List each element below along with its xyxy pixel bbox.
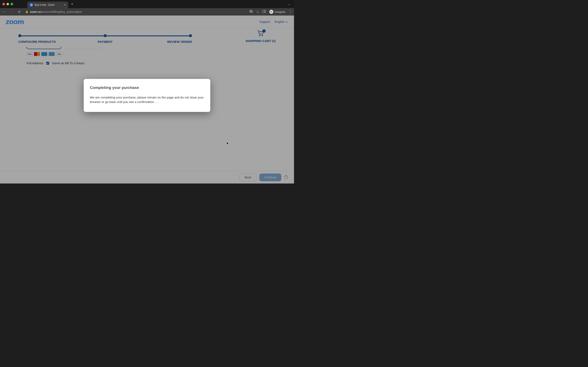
browser-menu-button[interactable]: ⋮ — [289, 9, 292, 14]
address-bar[interactable]: 🔒 zoom.us/account/billing/buy_subscripti… — [24, 10, 247, 13]
lock-icon: 🔒 — [25, 10, 28, 13]
url-domain: zoom.us — [30, 10, 41, 13]
eye-off-icon[interactable] — [249, 9, 253, 14]
new-tab-button[interactable]: + — [71, 2, 73, 6]
tab-favicon-icon: z — [30, 3, 33, 7]
svg-point-4 — [270, 12, 271, 12]
browser-tabs: z Buy it now - Zoom × + — [27, 1, 287, 7]
window-maximize-button[interactable] — [11, 3, 13, 5]
incognito-chip[interactable]: Incognito — [269, 10, 285, 14]
browser-titlebar: z Buy it now - Zoom × + ⌄ — [0, 0, 294, 8]
star-icon[interactable]: ☆ — [256, 10, 259, 14]
nav-forward-button[interactable]: → — [9, 10, 14, 14]
browser-toolbar: ← → ⟳ 🔒 zoom.us/account/billing/buy_subs… — [0, 8, 294, 16]
panel-icon[interactable] — [262, 9, 266, 14]
page-viewport: zoom Support English ▼ ✓ ✓ ✓ CONFIGU — [0, 16, 294, 184]
toolbar-right-icons: ☆ Incognito ⋮ — [249, 9, 292, 14]
modal-title: Completing your purchase — [90, 85, 204, 90]
svg-point-5 — [272, 12, 272, 12]
svg-rect-2 — [263, 10, 266, 13]
url-path: /account/billing/buy_subscription — [41, 10, 82, 13]
window-dropdown-icon[interactable]: ⌄ — [287, 2, 292, 6]
modal-body: We are completing your purchase, please … — [90, 95, 204, 104]
tab-title: Buy it now - Zoom — [35, 3, 61, 6]
browser-tab-active[interactable]: z Buy it now - Zoom × — [27, 2, 68, 8]
nav-reload-button[interactable]: ⟳ — [17, 10, 22, 14]
window-controls — [2, 3, 13, 5]
modal-overlay: Completing your purchase We are completi… — [0, 16, 294, 184]
incognito-label: Incognito — [275, 10, 285, 13]
completing-purchase-modal: Completing your purchase We are completi… — [84, 79, 210, 112]
window-close-button[interactable] — [2, 3, 5, 5]
incognito-icon — [269, 10, 273, 14]
tab-close-icon[interactable]: × — [64, 3, 66, 7]
nav-back-button[interactable]: ← — [2, 10, 7, 14]
window-minimize-button[interactable] — [7, 3, 9, 5]
page: zoom Support English ▼ ✓ ✓ ✓ CONFIGU — [0, 16, 294, 184]
